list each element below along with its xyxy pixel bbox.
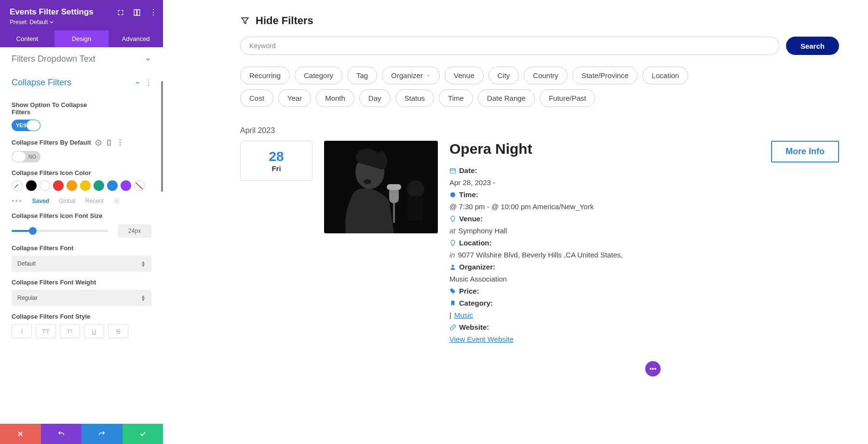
- tab-design[interactable]: Design: [54, 30, 109, 47]
- field-more-icon[interactable]: ⋮: [116, 138, 123, 147]
- bookmark-icon: [449, 300, 456, 307]
- svg-rect-2: [108, 140, 110, 145]
- panel-scroll[interactable]: Filters Dropdown Text Collapse Filters ⋮…: [0, 47, 163, 424]
- show-option-label: Show Option To Collapse Filters: [12, 101, 89, 116]
- icon-color-label: Collapse Filters Icon Color: [12, 169, 151, 176]
- more-icon[interactable]: ⋮: [149, 9, 157, 16]
- color-blue[interactable]: [107, 180, 118, 191]
- section-more-icon[interactable]: ⋮: [145, 78, 151, 87]
- section-collapse-filters[interactable]: Collapse Filters ⋮: [0, 71, 163, 94]
- svg-rect-12: [450, 168, 456, 173]
- uppercase-btn[interactable]: TT: [36, 324, 56, 338]
- more-info-button[interactable]: More Info: [771, 141, 839, 162]
- pill-location[interactable]: Location: [642, 67, 688, 84]
- svg-point-14: [450, 192, 456, 197]
- cancel-button[interactable]: [0, 424, 41, 444]
- weight-label: Collapse Filters Font Weight: [12, 279, 151, 286]
- help-icon[interactable]: ?: [95, 139, 102, 146]
- sidebar-header: Events Filter Settings Preset: Default ⋮: [0, 0, 163, 30]
- pill-organizer[interactable]: Organizer: [382, 67, 440, 84]
- color-black[interactable]: [26, 180, 37, 191]
- tab-advanced[interactable]: Advanced: [108, 30, 163, 47]
- color-teal[interactable]: [94, 180, 104, 191]
- pill-time[interactable]: Time: [439, 89, 473, 107]
- subtab-saved[interactable]: Saved: [32, 198, 49, 204]
- category-link[interactable]: Music: [454, 311, 473, 319]
- color-white[interactable]: [40, 180, 50, 191]
- strike-btn[interactable]: S: [108, 324, 128, 338]
- font-size-value[interactable]: 24px: [118, 224, 151, 238]
- color-purple[interactable]: [121, 180, 131, 191]
- pill-tag[interactable]: Tag: [347, 67, 377, 84]
- undo-button[interactable]: [41, 424, 82, 444]
- smallcaps-btn[interactable]: TT: [60, 324, 80, 338]
- collapse-default-label: Collapse Filters By Default ? ⋮: [12, 138, 151, 147]
- preset-label: Preset: Default: [10, 19, 48, 26]
- subtab-handle[interactable]: •••: [12, 197, 23, 205]
- event-row: 28 Fri Opera Night More Info: [240, 141, 839, 343]
- subtab-global[interactable]: Global: [59, 198, 76, 204]
- pill-month[interactable]: Month: [316, 89, 354, 107]
- pill-recurring[interactable]: Recurring: [240, 67, 290, 84]
- redo-button[interactable]: [81, 424, 122, 444]
- pill-city[interactable]: City: [488, 67, 519, 84]
- italic-btn[interactable]: I: [12, 324, 32, 338]
- pill-day[interactable]: Day: [359, 89, 391, 107]
- website-link[interactable]: View Event Website: [449, 335, 514, 343]
- svg-text:?: ?: [97, 140, 99, 145]
- color-swatches: [12, 180, 151, 191]
- collapse-filters-body: Show Option To Collapse Filters YES Coll…: [0, 101, 163, 343]
- color-none[interactable]: [134, 180, 145, 191]
- show-option-toggle[interactable]: YES: [12, 120, 41, 131]
- date-number: 28: [241, 149, 312, 164]
- underline-btn[interactable]: U: [84, 324, 104, 338]
- subtab-recent[interactable]: Recent: [85, 198, 104, 204]
- weight-select[interactable]: Regular ▲▼: [12, 290, 151, 306]
- event-info: Opera Night More Info Date: Apr 28, 2023…: [449, 141, 839, 343]
- tab-content[interactable]: Content: [0, 30, 54, 47]
- color-orange[interactable]: [67, 180, 77, 191]
- pill-cost[interactable]: Cost: [240, 89, 273, 107]
- color-subtabs: ••• Saved Global Recent: [12, 197, 151, 205]
- gear-icon[interactable]: [113, 198, 120, 204]
- pill-category[interactable]: Category: [295, 67, 342, 84]
- footer-bar: [0, 424, 163, 444]
- save-button[interactable]: [122, 424, 163, 444]
- color-yellow[interactable]: [80, 180, 91, 191]
- pill-year[interactable]: Year: [278, 89, 311, 107]
- pill-country[interactable]: Country: [524, 67, 568, 84]
- clock-icon: [449, 191, 456, 198]
- chevron-down-icon: [145, 56, 151, 63]
- svg-point-6: [364, 179, 371, 184]
- pill-futurepast[interactable]: Future/Past: [540, 89, 596, 107]
- color-picker-swatch[interactable]: [12, 180, 22, 191]
- keyword-input[interactable]: Keyword: [240, 37, 779, 55]
- search-button[interactable]: Search: [786, 37, 839, 55]
- phone-icon[interactable]: [106, 139, 112, 146]
- pin-icon: [449, 215, 456, 222]
- tag-icon: [449, 288, 456, 295]
- expand-icon[interactable]: [117, 9, 124, 16]
- pill-venue[interactable]: Venue: [445, 67, 484, 84]
- color-red[interactable]: [53, 180, 64, 191]
- section-filters-dropdown-text[interactable]: Filters Dropdown Text: [0, 47, 163, 71]
- preset-dropdown[interactable]: Preset: Default: [10, 19, 153, 26]
- calendar-icon: [449, 167, 456, 174]
- preview-area: Hide Filters Keyword Search RecurringCat…: [163, 0, 868, 444]
- settings-sidebar: Events Filter Settings Preset: Default ⋮…: [0, 0, 163, 444]
- date-header: April 2023: [240, 126, 839, 135]
- pin-icon: [449, 240, 456, 246]
- slider-handle[interactable]: [29, 227, 37, 235]
- font-size-slider[interactable]: [12, 230, 108, 232]
- pill-status[interactable]: Status: [395, 89, 434, 107]
- fab-button[interactable]: •••: [645, 361, 661, 377]
- svg-rect-11: [408, 196, 423, 220]
- svg-point-3: [116, 200, 118, 202]
- pill-stateprovince[interactable]: State/Province: [572, 67, 638, 84]
- tabs: Content Design Advanced: [0, 30, 163, 47]
- columns-icon[interactable]: [133, 9, 141, 16]
- pill-daterange[interactable]: Date Range: [478, 89, 535, 107]
- font-select[interactable]: Default ▲▼: [12, 256, 151, 272]
- hide-filters-toggle[interactable]: Hide Filters: [240, 14, 839, 27]
- collapse-default-toggle[interactable]: NO: [12, 151, 41, 162]
